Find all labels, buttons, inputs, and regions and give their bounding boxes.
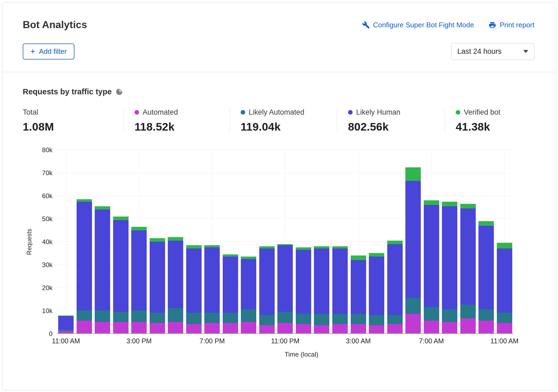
bar-slot: [93, 150, 112, 333]
time-range-dropdown[interactable]: Last 24 hours: [451, 43, 534, 60]
stacked-bar-21[interactable]: [442, 150, 457, 333]
bar-slot: [166, 150, 185, 333]
plot-area: [57, 150, 514, 334]
segment-likely-human: [387, 244, 403, 315]
stacked-bar-7[interactable]: [186, 150, 202, 333]
stacked-bar-19[interactable]: [405, 150, 421, 333]
segment-automated: [478, 321, 494, 333]
segment-automated: [150, 323, 165, 333]
segment-automated: [168, 322, 183, 333]
segment-automated: [351, 324, 366, 333]
stacked-bar-11[interactable]: [259, 150, 275, 333]
stacked-bar-3[interactable]: [113, 150, 129, 333]
segment-automated: [95, 322, 110, 333]
segment-verified-bot: [442, 202, 457, 206]
segment-likely-human: [95, 210, 110, 310]
stacked-bar-24[interactable]: [497, 150, 512, 333]
segment-verified-bot: [314, 246, 329, 248]
segment-verified-bot: [497, 243, 512, 248]
segment-verified-bot: [405, 167, 421, 181]
bot-analytics-card: Bot Analytics Configure Super Bot Fight …: [2, 2, 556, 390]
stacked-bar-18[interactable]: [387, 150, 403, 333]
y-tick-label: 50k: [42, 215, 52, 223]
segment-likely-automated: [442, 309, 457, 322]
stacked-bar-22[interactable]: [460, 150, 476, 333]
segment-verified-bot: [223, 254, 238, 257]
print-report-link[interactable]: Print report: [488, 21, 534, 29]
pie-chart-icon: [116, 89, 122, 95]
bar-slot: [112, 150, 130, 333]
segment-automated: [131, 322, 147, 333]
stacked-bar-17[interactable]: [369, 150, 384, 333]
stat-total: Total 1.08M: [23, 108, 123, 133]
stacked-bar-8[interactable]: [204, 150, 220, 333]
segment-automated: [204, 323, 220, 333]
stacked-bar-6[interactable]: [168, 150, 183, 333]
stacked-bar-12[interactable]: [277, 150, 293, 333]
y-tick-label: 70k: [42, 169, 52, 177]
stat-automated-value: 118.52k: [134, 121, 225, 133]
segment-likely-human: [186, 248, 202, 313]
content: Requests by traffic type Total 1.08M Aut…: [2, 72, 556, 358]
segment-automated: [460, 318, 476, 333]
segment-likely-automated: [369, 315, 384, 325]
add-filter-button[interactable]: + Add filter: [23, 44, 74, 59]
bar-slot: [404, 150, 422, 333]
stacked-bar-23[interactable]: [478, 150, 494, 333]
configure-super-bot-fight-mode-link[interactable]: Configure Super Bot Fight Mode: [362, 21, 474, 29]
add-filter-label: Add filter: [39, 47, 67, 56]
segment-likely-automated: [204, 313, 220, 323]
verified-bot-dot-icon: [456, 110, 460, 115]
segment-verified-bot: [77, 199, 92, 201]
stacked-bar-9[interactable]: [223, 150, 238, 333]
x-tick-label: 11:00 PM: [271, 337, 299, 345]
stacked-bar-20[interactable]: [424, 150, 439, 333]
bar-slot: [495, 150, 514, 333]
wrench-icon: [362, 21, 370, 29]
y-tick-label: 80k: [42, 146, 52, 154]
segment-likely-human: [58, 316, 74, 330]
stacked-bar-14[interactable]: [314, 150, 329, 333]
stat-automated-label: Automated: [143, 108, 178, 117]
segment-automated: [113, 322, 129, 333]
stacked-bar-4[interactable]: [131, 150, 147, 333]
segment-likely-human: [150, 242, 165, 313]
stat-verified-bot: Verified bot 41.38k: [445, 108, 505, 133]
stacked-bar-0[interactable]: [58, 150, 74, 333]
segment-likely-automated: [351, 314, 366, 324]
stacked-bar-2[interactable]: [95, 150, 110, 333]
bar-slot: [441, 150, 459, 333]
segment-likely-human: [277, 245, 293, 312]
bar-slot: [185, 150, 203, 333]
bar-slot: [422, 150, 441, 333]
segment-verified-bot: [113, 217, 129, 220]
stacked-bar-10[interactable]: [241, 150, 256, 333]
segment-likely-human: [497, 248, 512, 313]
stacked-bar-13[interactable]: [296, 150, 311, 333]
y-tick-label: 40k: [42, 238, 52, 246]
stacked-bar-5[interactable]: [150, 150, 165, 333]
bar-slot: [477, 150, 495, 333]
segment-automated: [77, 321, 92, 333]
segment-likely-human: [168, 241, 183, 308]
segment-verified-bot: [241, 257, 256, 259]
segment-verified-bot: [150, 238, 165, 242]
x-axis-title: Time (local): [57, 351, 514, 358]
segment-likely-automated: [168, 308, 183, 322]
stacked-bar-1[interactable]: [77, 150, 92, 333]
bar-slot: [57, 150, 75, 333]
stat-likely-human: Likely Human 802.56k: [337, 108, 445, 133]
stat-automated: Automated 118.52k: [123, 108, 229, 133]
segment-verified-bot: [186, 245, 202, 249]
plus-icon: +: [30, 47, 35, 56]
stacked-bar-15[interactable]: [332, 150, 348, 333]
segment-likely-automated: [131, 310, 147, 322]
stacked-bar-16[interactable]: [351, 150, 366, 333]
y-tick-label: 0: [49, 330, 52, 338]
segment-automated: [259, 325, 275, 333]
segment-likely-automated: [460, 305, 476, 318]
bar-slot: [276, 150, 294, 333]
segment-likely-automated: [332, 314, 348, 324]
segment-likely-human: [424, 205, 439, 307]
bar-slot: [221, 150, 240, 333]
